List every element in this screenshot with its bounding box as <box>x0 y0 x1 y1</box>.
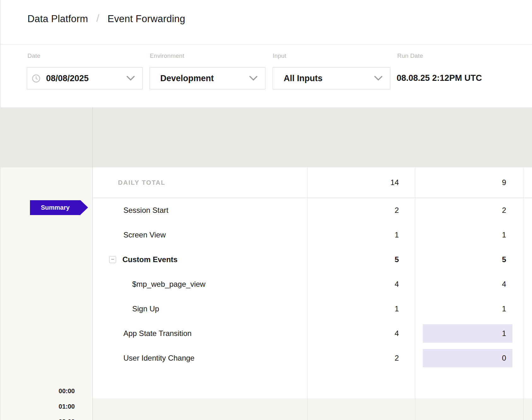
highlighted-cell-background <box>423 349 512 367</box>
hour-label[interactable]: 02:00 <box>1 414 75 420</box>
collapse-toggle-icon[interactable]: − <box>109 256 116 263</box>
daily-total-row: DAILY TOTAL 14 9 <box>92 167 532 198</box>
event-forwarding-page: Data Platform / Event Forwarding Date En… <box>0 0 532 420</box>
date-filter-label: Date <box>27 52 40 59</box>
input-count-value: 2 <box>395 206 399 215</box>
input-count-value: 1 <box>395 231 399 239</box>
environment-dropdown[interactable]: Development <box>150 67 265 89</box>
daily-total-input-value: 14 <box>390 178 399 187</box>
output-count-value: 5 <box>502 255 506 264</box>
clock-icon <box>32 74 40 83</box>
table-row: App State Transition41 <box>92 321 532 346</box>
date-dropdown[interactable]: 08/08/2025 <box>27 67 143 89</box>
input-count-value: 2 <box>395 354 399 363</box>
table-row: $mp_web_page_view44 <box>92 272 532 297</box>
sidebar-divider <box>92 107 93 420</box>
highlighted-cell-background <box>423 324 512 343</box>
table-body: DAILY TOTAL 14 9 Session Start22Screen V… <box>92 167 532 398</box>
chevron-down-icon <box>127 76 135 81</box>
run-date-label: Run Date <box>397 52 423 59</box>
output-count-value: 1 <box>502 231 506 239</box>
output-count-value: 4 <box>502 280 506 289</box>
event-name-label: Screen View <box>123 231 166 239</box>
table-footer-band <box>92 398 532 420</box>
input-filter-label: Input <box>273 52 286 59</box>
output-count-value: 0 <box>502 354 506 363</box>
column-divider-next <box>523 167 523 420</box>
output-count-value: 2 <box>502 206 506 215</box>
table-row: Session Start22 <box>92 198 532 223</box>
chevron-down-icon <box>249 76 257 81</box>
hour-label[interactable]: 00:00 <box>1 383 75 399</box>
daily-total-output-value: 9 <box>502 178 506 187</box>
breadcrumb: Data Platform / Event Forwarding <box>27 13 185 25</box>
table-header: Day/Hour (UTC) Message Type Event Name I… <box>1 107 532 167</box>
column-divider-input <box>307 167 308 420</box>
date-value: 08/08/2025 <box>46 74 89 83</box>
page-title: Event Forwarding <box>108 13 185 25</box>
chevron-down-icon <box>374 76 382 81</box>
event-name-label: Session Start <box>123 206 168 215</box>
summary-badge[interactable]: Summary <box>30 200 80 215</box>
input-count-value: 5 <box>395 255 399 264</box>
table-row: User Identity Change20 <box>92 346 532 370</box>
breadcrumb-data-platform[interactable]: Data Platform <box>27 13 88 25</box>
output-count-value: 1 <box>502 329 506 338</box>
table-row: Screen View11 <box>92 223 532 247</box>
hour-list: 00:0001:0002:0003:0004:0005:0006:0007:00… <box>1 383 75 420</box>
environment-value: Development <box>160 74 214 83</box>
event-name-label: $mp_web_page_view <box>132 280 205 289</box>
input-count-value: 4 <box>395 280 399 289</box>
event-name-label: App State Transition <box>123 329 192 338</box>
header-divider <box>1 44 532 45</box>
event-name-label: User Identity Change <box>123 354 194 363</box>
table-row: Sign Up11 <box>92 297 532 321</box>
event-name-label: Custom Events <box>122 255 178 264</box>
input-value: All Inputs <box>284 74 322 83</box>
input-count-value: 4 <box>395 329 399 338</box>
column-divider-output <box>415 167 415 420</box>
table-body-rows: Session Start22Screen View11−Custom Even… <box>92 198 532 370</box>
run-date-value: 08.08.25 2:12PM UTC <box>397 73 482 83</box>
table-row: −Custom Events55 <box>92 247 532 272</box>
environment-filter-label: Environment <box>150 52 184 59</box>
breadcrumb-separator: / <box>96 12 99 24</box>
hour-label[interactable]: 01:00 <box>1 399 75 414</box>
input-count-value: 1 <box>395 304 399 313</box>
output-count-value: 1 <box>502 304 506 313</box>
event-name-label: Sign Up <box>132 304 159 313</box>
input-dropdown[interactable]: All Inputs <box>273 67 390 89</box>
